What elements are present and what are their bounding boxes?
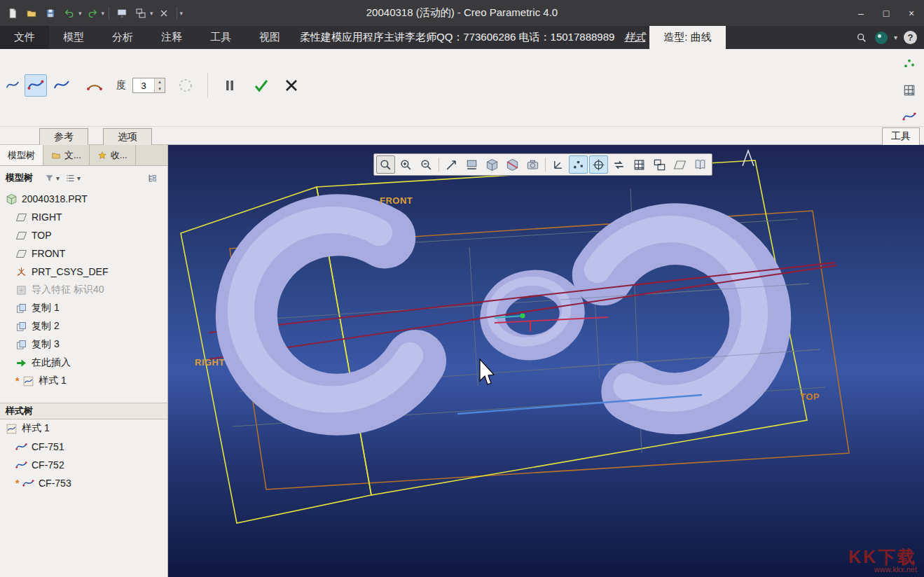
minimize-button[interactable]: – [848, 4, 874, 23]
degree-down-icon[interactable]: ▾ [155, 85, 165, 92]
tab-tools[interactable]: 工具 [196, 26, 245, 49]
plane-grid-icon[interactable] [900, 81, 918, 99]
tab-annotate[interactable]: 注释 [147, 26, 196, 49]
tree-columns-button[interactable]: ▾ [65, 173, 81, 183]
tree-item-import-feature[interactable]: 导入特征 标识40 [0, 281, 167, 299]
plane-display-icon[interactable] [630, 155, 649, 174]
tab-view[interactable]: 视图 [245, 26, 294, 49]
new-file-icon[interactable] [4, 5, 21, 22]
close-window-icon[interactable] [156, 5, 172, 22]
windows-dropdown-icon[interactable]: ▾ [150, 10, 153, 17]
close-button[interactable]: × [899, 4, 924, 23]
navigator-panel: 模型树 文... 收... 模型树 ▾ ▾ 20040318.PRT RIGHT… [0, 145, 168, 577]
search-icon[interactable] [855, 31, 869, 45]
windows-icon[interactable] [132, 5, 149, 22]
redo-dropdown-icon[interactable]: ▾ [102, 10, 105, 17]
pause-button[interactable] [219, 74, 241, 97]
tree-item-right-plane[interactable]: RIGHT [0, 208, 167, 226]
help-icon[interactable]: ? [904, 31, 917, 44]
shade-display-icon[interactable] [483, 155, 502, 174]
capture-icon[interactable] [523, 155, 542, 174]
refit-icon[interactable] [442, 155, 461, 174]
tree-item-front-plane[interactable]: FRONT [0, 244, 167, 263]
undo-icon[interactable] [61, 5, 78, 22]
create-curve-button[interactable] [25, 74, 47, 97]
redo-icon[interactable] [84, 5, 101, 22]
curve-on-surface-button[interactable] [50, 74, 73, 97]
flip-view-icon[interactable] [670, 155, 689, 174]
context-group-style[interactable]: 样式 [620, 26, 649, 49]
active-curve-point[interactable] [520, 314, 525, 319]
spin-center-icon[interactable] [609, 155, 628, 174]
tree-item-insert-here[interactable]: 在此插入 [0, 354, 167, 372]
references-subtab[interactable]: 参考 [39, 128, 88, 145]
folder-icon [51, 151, 61, 160]
view-manager-icon[interactable] [650, 155, 669, 174]
graphics-viewport[interactable]: FRONT RIGHT TOP [168, 145, 924, 577]
tree-item-top-plane[interactable]: TOP [0, 226, 167, 244]
style-tree-item-cf753[interactable]: *CF-753 [0, 474, 167, 492]
curve-feature-icon [22, 478, 34, 489]
tools-side-tab[interactable]: 工具 [882, 127, 920, 145]
tree-icon [147, 173, 158, 183]
planar-curve-button[interactable] [83, 74, 106, 97]
saved-views-icon[interactable] [691, 155, 710, 174]
zoom-out-icon[interactable] [417, 155, 436, 174]
ok-button[interactable] [250, 74, 273, 97]
top-plane-label[interactable]: TOP [800, 391, 820, 402]
zoom-window-icon[interactable] [376, 155, 395, 174]
style-tree-root[interactable]: 样式 1 [0, 419, 167, 438]
csys-display-icon[interactable] [589, 155, 608, 174]
open-file-icon[interactable] [23, 5, 40, 22]
creo-parametric-window: ▾ ▾ ▾ ▾ 20040318 (活动的) - Creo Parametric… [0, 0, 924, 577]
tree-item-copy-3[interactable]: 复制 3 [0, 335, 167, 354]
watermark-url: www.kkx.net [848, 566, 917, 574]
regenerate-icon[interactable] [113, 5, 130, 22]
maximize-button[interactable]: □ [874, 4, 899, 23]
points-display-icon[interactable] [900, 55, 918, 73]
undo-dropdown-icon[interactable]: ▾ [78, 10, 82, 17]
tree-item-style-1[interactable]: *样式 1 [0, 372, 167, 390]
style-curve-dashboard: 度 ▴ ▾ [0, 49, 924, 127]
zoom-in-icon[interactable] [397, 155, 415, 174]
modified-asterisk-icon: * [15, 377, 21, 384]
curve-surface-icon[interactable] [900, 108, 918, 126]
style-tree-item-cf751[interactable]: CF-751 [0, 438, 167, 456]
tab-favorites[interactable]: 收... [90, 145, 136, 165]
modified-asterisk-icon: * [15, 480, 21, 487]
right-plane-label[interactable]: RIGHT [195, 357, 225, 368]
tab-file[interactable]: 文件 [0, 26, 49, 49]
tab-model-tree[interactable]: 模型树 [0, 145, 43, 165]
tree-item-part-root[interactable]: 20040318.PRT [0, 190, 167, 208]
tab-analysis[interactable]: 分析 [98, 26, 147, 49]
tree-settings-button[interactable] [147, 173, 162, 183]
degree-up-icon[interactable]: ▴ [155, 78, 165, 85]
tab-folder-browser[interactable]: 文... [43, 145, 90, 165]
tree-item-csys[interactable]: PRT_CSYS_DEF [0, 263, 167, 281]
star-icon [97, 151, 107, 160]
save-icon[interactable] [42, 5, 59, 22]
tab-styling-curve-active[interactable]: 造型: 曲线 [649, 26, 725, 49]
part-icon [6, 193, 18, 205]
front-plane-label[interactable]: FRONT [380, 195, 413, 206]
degree-input[interactable] [133, 78, 154, 92]
connect-icon[interactable] [875, 32, 888, 44]
tab-model[interactable]: 模型 [49, 26, 98, 49]
style-tree-item-cf752[interactable]: CF-752 [0, 456, 167, 474]
point-display-icon[interactable] [569, 155, 588, 174]
datum-plane-icon [15, 211, 27, 223]
repaint-icon[interactable] [462, 155, 481, 174]
options-subtab[interactable]: 选项 [103, 128, 152, 145]
tree-filters-button[interactable]: ▾ [44, 173, 60, 183]
datum-display-icon[interactable] [549, 155, 567, 174]
customize-qat-icon[interactable]: ▾ [180, 10, 184, 17]
cancel-button[interactable] [280, 74, 303, 97]
tree-item-copy-2[interactable]: 复制 2 [0, 317, 167, 335]
connect-dropdown-icon[interactable]: ▾ [894, 34, 897, 41]
list-icon [65, 173, 76, 183]
separator [109, 7, 109, 20]
tree-item-copy-1[interactable]: 复制 1 [0, 299, 167, 317]
ribbon-tab-bar: 文件 模型 分析 注释 工具 视图 柔性建模应用程序主讲李老师QQ：773606… [0, 26, 924, 49]
3d-scene[interactable]: FRONT RIGHT TOP [168, 145, 924, 577]
section-view-icon[interactable] [503, 155, 522, 174]
